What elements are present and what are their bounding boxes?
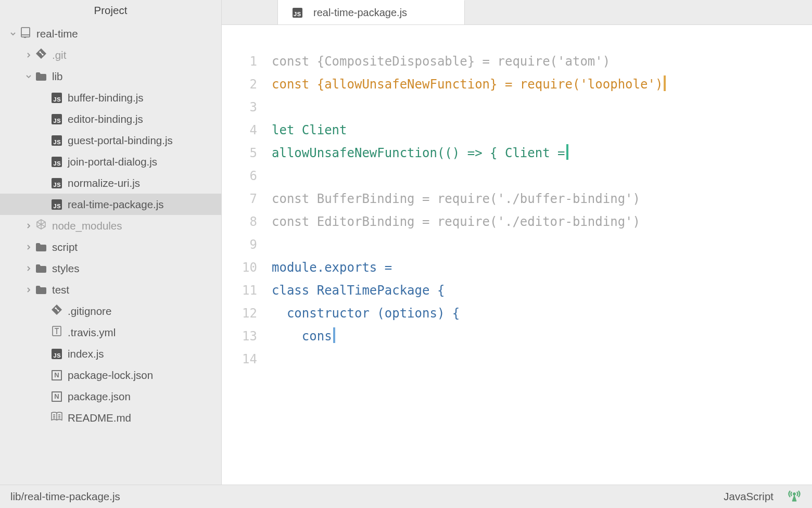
code-line[interactable]: let Client xyxy=(272,119,812,142)
code-line[interactable]: const {CompositeDisposable} = require('a… xyxy=(272,50,812,73)
line-number: 5 xyxy=(222,142,257,164)
tree-item[interactable]: .git xyxy=(0,44,221,66)
tree-item-label: script xyxy=(52,241,78,253)
tree-item-label: lib xyxy=(52,70,63,83)
teletype-icon[interactable] xyxy=(787,489,802,504)
tree-item[interactable]: JSbuffer-binding.js xyxy=(0,87,221,108)
tree-item[interactable]: script xyxy=(0,236,221,258)
status-path[interactable]: lib/real-time-package.js xyxy=(10,490,120,503)
chevron-right-icon[interactable] xyxy=(25,53,32,58)
tree-item-label: buffer-binding.js xyxy=(68,92,144,104)
chevron-right-icon[interactable] xyxy=(25,223,32,228)
line-number: 14 xyxy=(222,348,257,371)
tab-spacer xyxy=(222,0,278,24)
tree-item-label: guest-portal-binding.js xyxy=(68,134,173,147)
tree-item-label: package.json xyxy=(68,390,131,403)
code-line[interactable]: module.exports = xyxy=(272,256,812,279)
code-line[interactable]: const {allowUnsafeNewFunction} = require… xyxy=(272,73,812,96)
code-token: allowUnsafeNewFunction(() => { Client = xyxy=(272,146,565,160)
line-number: 10 xyxy=(222,256,257,279)
line-number: 7 xyxy=(222,187,257,210)
line-number: 6 xyxy=(222,164,257,187)
code-line[interactable] xyxy=(272,348,812,371)
code-token: let Client xyxy=(272,123,347,137)
tree-item-label: .travis.yml xyxy=(68,326,116,339)
code-content[interactable]: const {CompositeDisposable} = require('a… xyxy=(269,50,812,485)
file-tree[interactable]: real-time.gitlibJSbuffer-binding.jsJSedi… xyxy=(0,22,221,485)
js-icon: JS xyxy=(51,199,62,210)
remote-cursor xyxy=(566,144,568,160)
code-line[interactable]: const BufferBinding = require('./buffer-… xyxy=(272,187,812,210)
code-token: const BufferBinding = require('./buffer-… xyxy=(272,192,640,206)
code-line[interactable]: class RealTimePackage { xyxy=(272,279,812,302)
tree-item[interactable]: JSeditor-binding.js xyxy=(0,108,221,130)
chevron-down-icon[interactable] xyxy=(25,74,32,79)
code-line[interactable] xyxy=(272,164,812,187)
tab-bar: JS real-time-package.js xyxy=(222,0,812,25)
tree-item-label: real-time xyxy=(36,28,78,40)
code-editor[interactable]: 1234567891011121314 const {CompositeDisp… xyxy=(222,25,812,485)
tree-item[interactable]: JSjoin-portal-dialog.js xyxy=(0,151,221,172)
line-number: 3 xyxy=(222,96,257,119)
status-language[interactable]: JavaScript xyxy=(724,490,773,503)
tree-item[interactable]: test xyxy=(0,279,221,300)
line-number: 13 xyxy=(222,325,257,348)
tree-item-label: README.md xyxy=(68,412,131,424)
tree-item[interactable]: .travis.yml xyxy=(0,322,221,343)
code-line[interactable] xyxy=(272,96,812,119)
code-token: const {CompositeDisposable} = require('a… xyxy=(272,54,610,69)
code-line[interactable]: allowUnsafeNewFunction(() => { Client = xyxy=(272,142,812,164)
tree-item[interactable]: JSguest-portal-binding.js xyxy=(0,130,221,151)
tree-item[interactable]: node_modules xyxy=(0,215,221,236)
node-icon xyxy=(35,220,47,232)
git-icon xyxy=(51,306,62,317)
tree-item[interactable]: Npackage.json xyxy=(0,386,221,407)
tree-item-label: index.js xyxy=(68,348,104,360)
tree-item-label: styles xyxy=(52,262,79,275)
code-line[interactable]: cons xyxy=(272,325,812,348)
js-icon: JS xyxy=(51,348,62,360)
tree-item-label: .git xyxy=(52,49,66,61)
folder-icon xyxy=(35,242,47,253)
line-number: 8 xyxy=(222,210,257,233)
tree-item[interactable]: README.md xyxy=(0,407,221,428)
folder-icon xyxy=(35,284,47,296)
code-token: const {allowUnsafeNewFunction} = require… xyxy=(272,77,663,92)
folder-icon xyxy=(35,263,47,274)
chevron-right-icon[interactable] xyxy=(25,245,32,250)
tree-item-label: .gitignore xyxy=(68,305,111,318)
tree-item-label: node_modules xyxy=(52,220,122,232)
book-icon xyxy=(51,412,62,424)
git-icon xyxy=(35,49,47,61)
code-line[interactable] xyxy=(272,233,812,256)
line-number: 2 xyxy=(222,73,257,96)
tree-item[interactable]: real-time xyxy=(0,23,221,44)
project-sidebar: Project real-time.gitlibJSbuffer-binding… xyxy=(0,0,222,485)
n-icon: N xyxy=(51,391,62,402)
repo-icon xyxy=(20,28,31,40)
chevron-down-icon[interactable] xyxy=(9,31,17,36)
tab-active[interactable]: JS real-time-package.js xyxy=(278,0,465,24)
tree-item-selected[interactable]: JSreal-time-package.js xyxy=(0,194,221,215)
line-gutter: 1234567891011121314 xyxy=(222,50,269,485)
line-number: 9 xyxy=(222,233,257,256)
chevron-right-icon[interactable] xyxy=(25,266,32,271)
tree-item[interactable]: lib xyxy=(0,66,221,87)
code-line[interactable]: const EditorBinding = require('./editor-… xyxy=(272,210,812,233)
tree-item[interactable]: Npackage-lock.json xyxy=(0,364,221,386)
line-number: 1 xyxy=(222,50,257,73)
code-token: module.exports = xyxy=(272,260,392,275)
js-icon: JS xyxy=(51,92,62,104)
js-icon: JS xyxy=(51,113,62,125)
tree-item[interactable]: .gitignore xyxy=(0,300,221,322)
chevron-right-icon[interactable] xyxy=(25,287,32,293)
code-line[interactable]: constructor (options) { xyxy=(272,302,812,325)
txt-icon xyxy=(51,327,62,338)
tab-filename: real-time-package.js xyxy=(313,7,407,19)
tree-item-label: test xyxy=(52,284,69,296)
status-bar: lib/real-time-package.js JavaScript xyxy=(0,485,812,508)
tree-item[interactable]: JSindex.js xyxy=(0,343,221,364)
tree-item[interactable]: styles xyxy=(0,258,221,279)
tree-item[interactable]: JSnormalize-uri.js xyxy=(0,172,221,194)
tree-item-label: package-lock.json xyxy=(68,369,153,382)
